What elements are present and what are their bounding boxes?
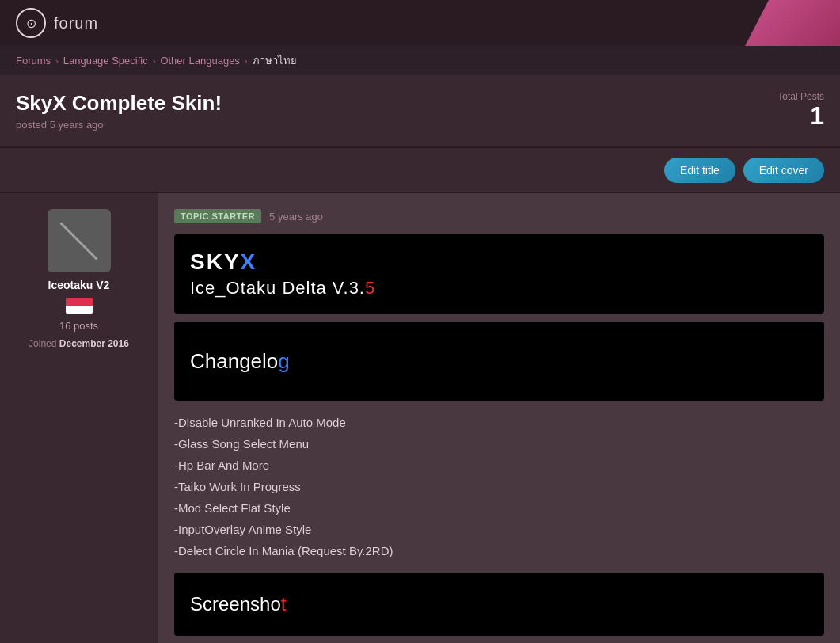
skin-banner-title: SKYX Ice_Otaku Delta V.3.5 <box>190 249 375 299</box>
list-item: -Hp Bar And More <box>174 455 824 476</box>
post-body: TOPIC STARTER 5 years ago SKYX Ice_Otaku… <box>158 193 840 643</box>
user-name: Iceotaku V2 <box>48 279 110 291</box>
delta-prefix: Ice_Otaku Delta V.3. <box>190 278 365 298</box>
post-meta: posted 5 years ago <box>16 119 222 131</box>
logo-icon: ⊙ <box>16 8 46 38</box>
header: ⊙ forum <box>0 0 840 46</box>
total-posts-label: Total Posts <box>777 91 824 102</box>
post-title-section: SkyX Complete Skin! posted 5 years ago <box>16 91 222 131</box>
skin-banner: SKYX Ice_Otaku Delta V.3.5 <box>174 234 824 314</box>
user-joined: Joined December 2016 <box>29 338 129 349</box>
topic-starter-badge: TOPIC STARTER <box>174 209 261 223</box>
header-accent <box>745 0 840 46</box>
logo[interactable]: ⊙ forum <box>16 8 98 38</box>
post-header: SkyX Complete Skin! posted 5 years ago T… <box>0 75 840 148</box>
edit-cover-button[interactable]: Edit cover <box>743 158 824 183</box>
breadcrumb-other-languages[interactable]: Other Languages <box>160 55 239 67</box>
logo-text: forum <box>54 14 98 32</box>
screenshot-t: t <box>281 593 287 614</box>
post-time: 5 years ago <box>269 211 323 223</box>
breadcrumb: Forums › Language Specific › Other Langu… <box>0 46 840 75</box>
user-joined-date: December 2016 <box>59 338 129 349</box>
changelog-text: Changelog <box>190 349 290 374</box>
user-sidebar: Iceotaku V2 16 posts Joined December 201… <box>0 193 158 643</box>
main-content: Iceotaku V2 16 posts Joined December 201… <box>0 193 840 643</box>
user-posts: 16 posts <box>59 320 98 332</box>
breadcrumb-sep-1: › <box>55 56 59 66</box>
list-item: -Delect Circle In Mania (Request By.2RD) <box>174 540 824 561</box>
edit-buttons-bar: Edit title Edit cover <box>0 148 840 193</box>
post-stats: Total Posts 1 <box>777 91 824 130</box>
avatar-slash <box>59 222 97 260</box>
delta-version: 5 <box>365 278 375 298</box>
screenshot-banner: Screenshot <box>174 573 824 636</box>
screenshot-prefix: Screensho <box>190 593 281 614</box>
breadcrumb-current: ภาษาไทย <box>253 52 297 69</box>
list-item: -Mod Select Flat Style <box>174 497 824 519</box>
list-item: -Disable Unranked In Auto Mode <box>174 412 824 433</box>
list-item: -InputOverlay Anime Style <box>174 519 824 540</box>
edit-title-button[interactable]: Edit title <box>664 158 735 183</box>
breadcrumb-language-specific[interactable]: Language Specific <box>63 55 148 67</box>
post-title: SkyX Complete Skin! <box>16 91 222 116</box>
total-posts-count: 1 <box>777 102 824 130</box>
screenshot-text: Screenshot <box>190 593 286 615</box>
changelog-prefix: Changelo <box>190 349 278 373</box>
skyx-title: SKYX <box>190 249 375 275</box>
breadcrumb-sep-2: › <box>153 56 156 66</box>
delta-text: Ice_Otaku Delta V.3.5 <box>190 278 375 299</box>
breadcrumb-sep-3: › <box>245 56 248 66</box>
list-item: -Glass Song Select Menu <box>174 433 824 455</box>
breadcrumb-forums[interactable]: Forums <box>16 55 51 67</box>
user-flag <box>66 298 93 314</box>
skyx-x: X <box>241 249 257 274</box>
user-avatar <box>48 209 111 272</box>
skyx-label: SKY <box>190 249 241 274</box>
changelog-list: -Disable Unranked In Auto Mode-Glass Son… <box>174 412 824 561</box>
changelog-banner: Changelog <box>174 322 824 401</box>
changelog-g: g <box>278 349 289 373</box>
list-item: -Taiko Work In Progress <box>174 476 824 497</box>
post-info-bar: TOPIC STARTER 5 years ago <box>174 209 824 223</box>
